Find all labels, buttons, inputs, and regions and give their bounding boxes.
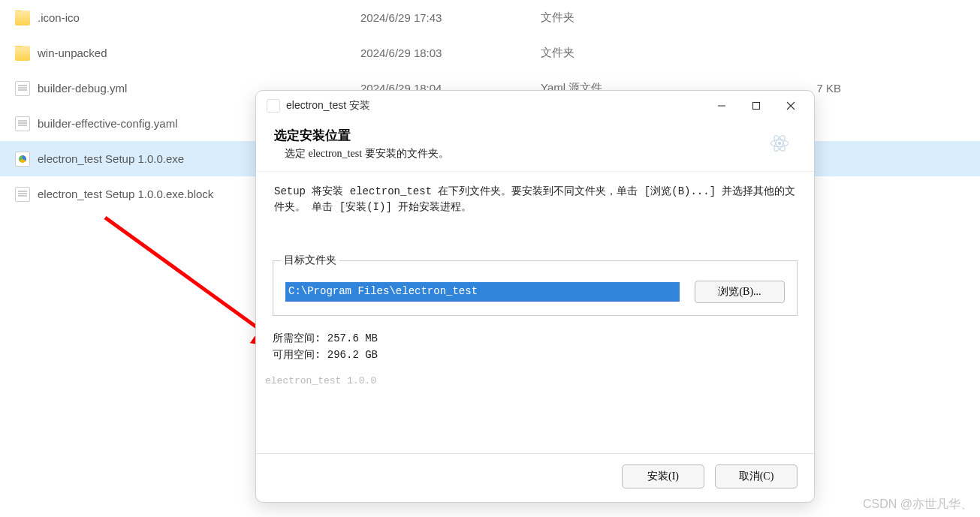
install-button[interactable]: 安装(I) — [622, 464, 704, 488]
browse-button[interactable]: 浏览(B)... — [695, 281, 785, 303]
app-icon — [267, 99, 280, 113]
file-name: builder-debug.yml — [38, 82, 127, 95]
maximize-button[interactable] — [739, 94, 773, 118]
file-name: win-unpacked — [38, 47, 107, 59]
header-subtitle: 选定 electron_test 要安装的文件夹。 — [274, 147, 763, 161]
close-button[interactable] — [773, 94, 808, 118]
titlebar[interactable]: electron_test 安装 — [256, 91, 814, 121]
exe-icon — [15, 152, 30, 167]
space-required: 所需空间: 257.6 MB — [273, 331, 798, 347]
target-folder-legend: 目标文件夹 — [281, 254, 339, 267]
file-icon — [15, 116, 30, 131]
file-row[interactable]: win-unpacked 2024/6/29 18:03 文件夹 — [0, 35, 980, 71]
maximize-icon — [752, 101, 761, 110]
electron-logo-icon — [763, 127, 796, 160]
space-available: 可用空间: 296.2 GB — [273, 347, 798, 364]
dialog-footer: 安装(I) 取消(C) — [256, 453, 814, 502]
file-name: builder-effective-config.yaml — [38, 117, 177, 130]
header-title: 选定安装位置 — [274, 127, 763, 144]
folder-icon — [15, 46, 30, 61]
file-icon — [15, 187, 30, 202]
space-info: 所需空间: 257.6 MB 可用空间: 296.2 GB — [273, 331, 798, 363]
file-date: 2024/6/29 17:43 — [360, 11, 541, 24]
dialog-header: 选定安装位置 选定 electron_test 要安装的文件夹。 — [256, 121, 814, 171]
install-path-input[interactable] — [285, 282, 680, 302]
file-type: 文件夹 — [541, 46, 736, 60]
minimize-button[interactable] — [704, 94, 739, 118]
file-row[interactable]: .icon-ico 2024/6/29 17:43 文件夹 — [0, 0, 980, 35]
svg-rect-2 — [753, 103, 760, 110]
description-text: Setup 将安装 electron_test 在下列文件夹。要安装到不同文件夹… — [273, 184, 798, 215]
brand-text: electron_test 1.0.0 — [265, 372, 798, 391]
file-date: 2024/6/29 18:03 — [360, 47, 541, 59]
installer-dialog: electron_test 安装 选定安装位置 选定 electron_test… — [255, 90, 815, 503]
file-type: 文件夹 — [541, 11, 736, 25]
file-name: .icon-ico — [38, 11, 80, 24]
svg-point-8 — [778, 142, 781, 145]
file-name: electron_test Setup 1.0.0.exe.block — [38, 188, 213, 200]
folder-icon — [15, 11, 30, 26]
close-icon — [786, 101, 795, 110]
file-icon — [15, 81, 30, 96]
target-folder-group: 目标文件夹 浏览(B)... — [273, 260, 798, 316]
minimize-icon — [717, 101, 726, 110]
cancel-button[interactable]: 取消(C) — [715, 464, 798, 488]
file-name: electron_test Setup 1.0.0.exe — [38, 152, 184, 165]
dialog-content: Setup 将安装 electron_test 在下列文件夹。要安装到不同文件夹… — [256, 172, 814, 453]
window-title: electron_test 安装 — [286, 99, 370, 113]
watermark: CSDN @亦世凡华、 — [863, 497, 972, 512]
